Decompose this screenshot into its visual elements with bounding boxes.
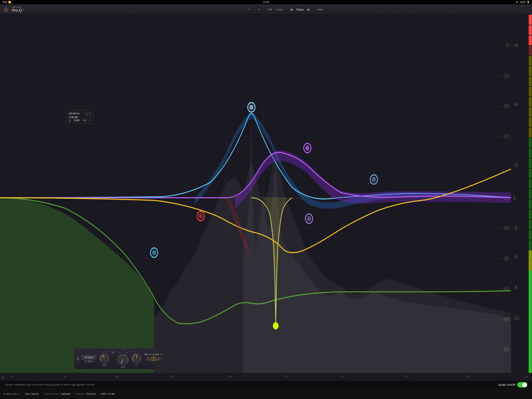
logo-product-line: Pro·Q 2 [12, 8, 24, 13]
status-time: 14:39 [263, 1, 266, 4]
band-popup: 215.56 Hz 🎧 ✕ -6.68 dB Q: 1.000 Dbl ▼ [66, 110, 94, 124]
svg-point-49 [249, 105, 253, 110]
status-bar: iPad 📶 14:39 ⚡ 100% 🔋 [0, 0, 266, 4]
eq-area[interactable]: 12 dB +2.3 [0, 15, 266, 200]
logo-product-text: Pro·Q [12, 8, 22, 13]
logo-version: 2 [23, 8, 24, 11]
popup-solo-icon[interactable]: 🎧 [85, 112, 88, 115]
band-popup-header: 215.56 Hz 🎧 ✕ [69, 112, 91, 115]
logo-text-area: fabfilter Pro·Q 2 [12, 6, 24, 13]
logo-area: 1010 0110 1001 fabfilter Pro·Q 2 [0, 6, 39, 13]
popup-q-value: 1.000 [73, 119, 79, 122]
popup-freq-value: 215.56 Hz [69, 112, 79, 115]
status-left: iPad 📶 [2, 1, 11, 4]
popup-gain-value: -6.68 dB [69, 116, 77, 119]
popup-gain-row: -6.68 dB [69, 116, 91, 119]
wifi-icon: 📶 [8, 1, 11, 4]
undo-button[interactable]: ↩ [246, 7, 252, 12]
popup-q-label: Q: [69, 119, 71, 122]
top-controls: ↩ ↪ A/B Copy ◀ Clean ▶ Help [39, 7, 266, 12]
svg-text:1001: 1001 [4, 10, 8, 12]
svg-rect-4 [0, 15, 266, 200]
popup-close-button[interactable]: ✕ [89, 112, 91, 115]
redo-button[interactable]: ↪ [256, 7, 261, 12]
ipad-label: iPad [2, 1, 7, 4]
popup-type-arrow[interactable]: ▼ [89, 119, 91, 122]
eq-display[interactable]: -5 -10 -15 -20 -25 -30 -35 -40 -45 -50 +… [0, 15, 266, 200]
logo-brand: fabfilter [12, 6, 24, 8]
popup-q-row: Q: 1.000 Dbl ▼ [69, 119, 91, 122]
top-bar: 1010 0110 1001 fabfilter Pro·Q 2 ↩ ↪ A/B… [0, 4, 266, 15]
popup-type-value: Dbl [83, 119, 86, 122]
logo-icon: 1010 0110 1001 [3, 6, 10, 13]
